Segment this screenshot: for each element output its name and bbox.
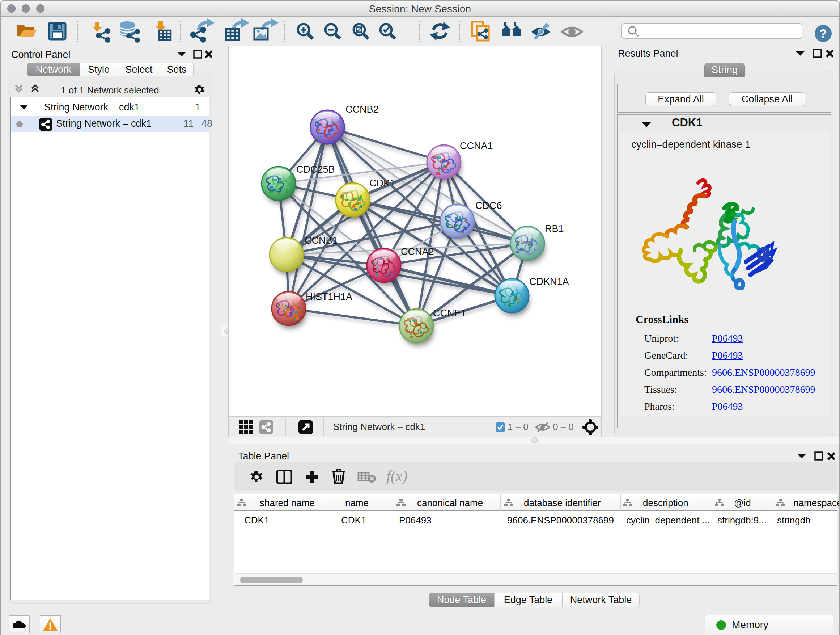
svg-text:CDK1: CDK1 xyxy=(369,178,395,188)
svg-text:CDC6: CDC6 xyxy=(475,200,502,211)
svg-text:CCNB1: CCNB1 xyxy=(305,235,338,246)
svg-text:CCNB2: CCNB2 xyxy=(346,104,379,115)
svg-text:RB1: RB1 xyxy=(545,223,564,234)
svg-text:CDKN1A: CDKN1A xyxy=(529,276,569,287)
svg-text:HIST1H1A: HIST1H1A xyxy=(306,291,352,302)
svg-text:CCNA1: CCNA1 xyxy=(460,141,493,151)
svg-text:CCNE1: CCNE1 xyxy=(433,308,466,318)
svg-text:CDC25B: CDC25B xyxy=(296,164,335,175)
svg-text:CCNA2: CCNA2 xyxy=(401,246,434,257)
